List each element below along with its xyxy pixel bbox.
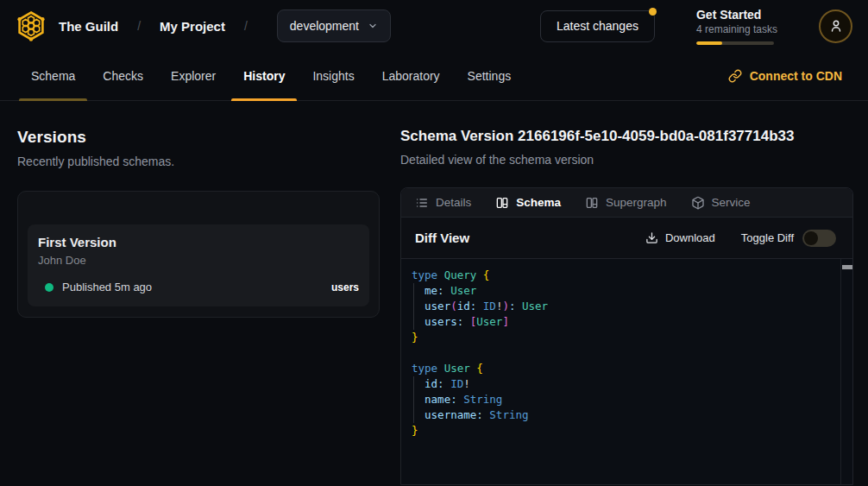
list-icon <box>415 196 429 210</box>
header-actions: Latest changes Get Started 4 remaining t… <box>540 8 852 45</box>
tab-service[interactable]: Service <box>691 196 751 210</box>
toggle-diff-switch[interactable] <box>802 230 836 247</box>
tab-schema[interactable]: Schema <box>17 52 89 100</box>
code-scrollbar[interactable] <box>840 259 852 484</box>
schema-version-title: Schema Version 2166196f-5e10-4059-bd0a-0… <box>400 128 853 145</box>
schema-version-section: Schema Version 2166196f-5e10-4059-bd0a-0… <box>400 128 853 485</box>
tab-explorer[interactable]: Explorer <box>157 52 230 100</box>
schema-code-viewer[interactable]: type Query { me: User user(id: ID!): Use… <box>401 259 852 484</box>
tab-schema-view[interactable]: Schema <box>495 196 561 210</box>
get-started-title: Get Started <box>696 8 777 22</box>
columns-icon <box>495 196 509 210</box>
tab-insights[interactable]: Insights <box>299 52 368 100</box>
schema-version-panel: Details Schema Sup <box>400 187 853 485</box>
version-view-tabs: Details Schema Sup <box>401 188 852 218</box>
versions-title: Versions <box>17 128 380 147</box>
diff-actions: Download Toggle Diff <box>645 230 836 247</box>
latest-changes-button[interactable]: Latest changes <box>540 10 655 42</box>
connect-to-cdn-label: Connect to CDN <box>750 69 842 83</box>
published-dot-icon <box>45 283 53 292</box>
tab-laboratory[interactable]: Laboratory <box>368 52 454 100</box>
version-author: John Doe <box>38 254 359 267</box>
target-select[interactable]: development <box>277 9 391 42</box>
get-started-subtitle: 4 remaining tasks <box>696 23 777 35</box>
code-lines: type Query { me: User user(id: ID!): Use… <box>401 259 852 439</box>
version-name: First Version <box>38 235 359 249</box>
columns-icon <box>585 196 599 210</box>
breadcrumb: The Guild / My Project / development <box>14 9 391 43</box>
get-started-widget[interactable]: Get Started 4 remaining tasks <box>696 8 777 45</box>
diff-view-title: Diff View <box>415 230 469 245</box>
breadcrumb-project[interactable]: My Project <box>160 19 225 34</box>
breadcrumb-org[interactable]: The Guild <box>59 19 118 34</box>
schema-version-subtitle: Detailed view of the schema version <box>400 153 853 167</box>
guild-logo-icon[interactable] <box>14 9 48 43</box>
breadcrumb-separator: / <box>244 19 248 33</box>
tab-schema-view-label: Schema <box>516 196 561 209</box>
versions-section: Versions Recently published schemas. Fir… <box>17 128 380 485</box>
version-status: Published 5m ago <box>62 281 152 293</box>
tab-settings[interactable]: Settings <box>454 52 525 100</box>
nav-tabs: Schema Checks Explorer History Insights … <box>17 52 525 100</box>
main-nav: Schema Checks Explorer History Insights … <box>0 52 868 101</box>
tab-supergraph-label: Supergraph <box>606 196 667 209</box>
connect-to-cdn-link[interactable]: Connect to CDN <box>728 52 842 100</box>
tab-checks[interactable]: Checks <box>89 52 157 100</box>
target-select-value: development <box>290 19 359 33</box>
download-button[interactable]: Download <box>645 231 715 244</box>
latest-changes-label: Latest changes <box>557 19 638 33</box>
user-icon <box>828 18 844 34</box>
versions-list: First Version John Doe Published 5m ago … <box>17 191 380 318</box>
toggle-diff-label: Toggle Diff <box>741 231 794 244</box>
version-list-item[interactable]: First Version John Doe Published 5m ago … <box>28 224 369 306</box>
tab-history[interactable]: History <box>230 52 299 100</box>
download-label: Download <box>665 231 715 244</box>
code-scrollbar-thumb[interactable] <box>842 265 852 269</box>
versions-subtitle: Recently published schemas. <box>17 155 380 168</box>
main-content: Versions Recently published schemas. Fir… <box>0 101 868 485</box>
tab-details-label: Details <box>436 196 471 209</box>
toggle-diff-knob <box>804 231 818 245</box>
cube-icon <box>691 196 705 210</box>
diff-toolbar: Diff View Download Toggle Diff <box>401 218 852 259</box>
version-status-row: Published 5m ago users <box>38 281 359 293</box>
get-started-progress-fill <box>696 41 722 45</box>
breadcrumb-separator: / <box>137 19 141 33</box>
download-icon <box>645 231 658 244</box>
notification-dot <box>649 8 657 16</box>
avatar[interactable] <box>819 9 852 43</box>
tab-supergraph[interactable]: Supergraph <box>585 196 667 210</box>
chevron-down-icon <box>368 21 378 31</box>
version-service-badge: users <box>331 281 359 293</box>
get-started-progress <box>696 41 774 45</box>
top-header: The Guild / My Project / development Lat… <box>0 0 868 52</box>
tab-service-label: Service <box>712 196 751 209</box>
tab-details[interactable]: Details <box>415 196 471 210</box>
link-icon <box>728 69 742 83</box>
